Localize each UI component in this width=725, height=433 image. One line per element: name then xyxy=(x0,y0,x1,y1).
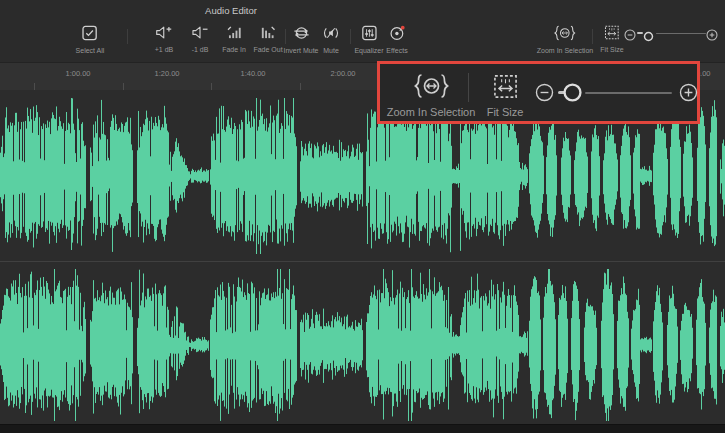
plus-1db-button[interactable]: +1 dB xyxy=(155,25,174,54)
fade-out-icon xyxy=(260,25,276,44)
toolbar-separator xyxy=(127,29,128,44)
waveform-area[interactable] xyxy=(0,90,725,424)
callout-fit-size-button[interactable]: Fit Size xyxy=(480,74,530,118)
minus-1db-button[interactable]: -1 dB xyxy=(191,25,209,54)
effects-label: Effects xyxy=(386,47,407,55)
fit-size-button[interactable]: Fit Size xyxy=(600,25,623,54)
waveform-canvas[interactable] xyxy=(0,90,725,424)
ruler-time-label: 1:40.00 xyxy=(240,69,265,78)
zoom-tools-callout: Zoom In Selection Fit Size xyxy=(377,61,700,124)
ruler-time-label: 1:00.00 xyxy=(65,69,90,78)
fade-in-icon xyxy=(226,25,242,44)
select-all-icon xyxy=(82,25,98,45)
zoom-in-icon[interactable] xyxy=(706,27,718,45)
track-divider xyxy=(0,261,725,262)
equalizer-icon xyxy=(361,25,377,45)
invert-mute-button[interactable]: Invert Mute xyxy=(283,25,318,55)
ruler-tick xyxy=(300,83,301,90)
volume-minus-icon xyxy=(191,25,209,44)
zoom-out-icon[interactable] xyxy=(535,83,554,106)
callout-separator xyxy=(468,73,469,102)
fade-in-label: Fade In xyxy=(222,46,246,54)
zoom-slider-track[interactable] xyxy=(585,92,672,94)
zoom-slider-track[interactable] xyxy=(656,33,706,34)
zoom-in-selection-icon xyxy=(554,25,576,45)
fit-size-icon xyxy=(493,74,518,103)
zoom-slider-knob[interactable] xyxy=(562,82,583,107)
zoom-in-selection-label: Zoom In Selection xyxy=(537,47,593,55)
window-title: Audio Editor xyxy=(205,5,257,16)
fit-size-label: Fit Size xyxy=(600,46,623,54)
ruler-time-label: 2:00.00 xyxy=(330,69,355,78)
ruler-tick xyxy=(211,83,212,90)
bottom-bar xyxy=(0,424,725,433)
audio-editor-window: Audio Editor Select All +1 dB -1 dB Fad xyxy=(0,0,725,433)
toolbar: Audio Editor Select All +1 dB -1 dB Fad xyxy=(0,0,725,62)
effects-icon xyxy=(389,25,405,45)
ruler-tick xyxy=(34,83,35,90)
minus-1db-label: -1 dB xyxy=(192,46,209,54)
callout-fit-size-label: Fit Size xyxy=(487,106,524,118)
plus-1db-label: +1 dB xyxy=(155,46,174,54)
mute-button[interactable]: Mute xyxy=(322,25,340,55)
ruler-time-label: 1:20.00 xyxy=(154,69,179,78)
fit-size-icon xyxy=(605,25,620,44)
zoom-in-selection-button[interactable]: Zoom In Selection xyxy=(537,25,593,55)
invert-mute-icon xyxy=(292,25,310,45)
toolbar-separator xyxy=(350,29,351,44)
volume-plus-icon xyxy=(155,25,173,44)
equalizer-button[interactable]: Equalizer xyxy=(354,25,383,55)
select-all-label: Select All xyxy=(76,47,105,55)
effects-button[interactable]: Effects xyxy=(386,25,407,55)
equalizer-label: Equalizer xyxy=(354,47,383,55)
callout-zoom-in-selection-label: Zoom In Selection xyxy=(387,106,476,118)
callout-zoom-in-selection-button[interactable]: Zoom In Selection xyxy=(388,73,474,118)
select-all-button[interactable]: Select All xyxy=(76,25,105,55)
fade-out-button[interactable]: Fade Out xyxy=(253,25,282,54)
toolbar-separator xyxy=(592,29,593,44)
fade-in-button[interactable]: Fade In xyxy=(222,25,246,54)
zoom-in-icon[interactable] xyxy=(679,83,698,106)
mute-icon xyxy=(322,25,340,45)
zoom-slider-knob[interactable] xyxy=(643,28,654,46)
zoom-in-selection-icon xyxy=(413,73,450,103)
ruler-tick xyxy=(123,83,124,90)
invert-mute-label: Invert Mute xyxy=(283,47,318,55)
mute-label: Mute xyxy=(323,47,339,55)
zoom-out-icon[interactable] xyxy=(624,27,636,45)
fade-out-label: Fade Out xyxy=(253,46,282,54)
